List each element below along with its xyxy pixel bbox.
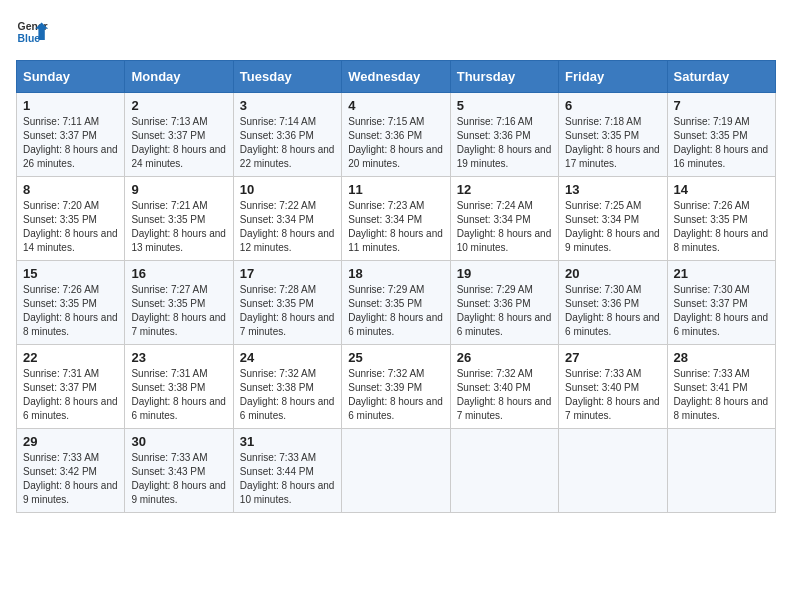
calendar-cell: 6Sunrise: 7:18 AMSunset: 3:35 PMDaylight… [559, 93, 667, 177]
calendar-cell: 26Sunrise: 7:32 AMSunset: 3:40 PMDayligh… [450, 345, 558, 429]
day-info: Sunrise: 7:28 AMSunset: 3:35 PMDaylight:… [240, 283, 335, 339]
day-number: 4 [348, 98, 443, 113]
day-info: Sunrise: 7:29 AMSunset: 3:35 PMDaylight:… [348, 283, 443, 339]
day-info: Sunrise: 7:33 AMSunset: 3:40 PMDaylight:… [565, 367, 660, 423]
day-info: Sunrise: 7:29 AMSunset: 3:36 PMDaylight:… [457, 283, 552, 339]
day-info: Sunrise: 7:13 AMSunset: 3:37 PMDaylight:… [131, 115, 226, 171]
weekday-header-monday: Monday [125, 61, 233, 93]
day-info: Sunrise: 7:20 AMSunset: 3:35 PMDaylight:… [23, 199, 118, 255]
day-number: 7 [674, 98, 769, 113]
calendar-cell: 17Sunrise: 7:28 AMSunset: 3:35 PMDayligh… [233, 261, 341, 345]
calendar-cell: 27Sunrise: 7:33 AMSunset: 3:40 PMDayligh… [559, 345, 667, 429]
calendar-cell: 1Sunrise: 7:11 AMSunset: 3:37 PMDaylight… [17, 93, 125, 177]
day-info: Sunrise: 7:16 AMSunset: 3:36 PMDaylight:… [457, 115, 552, 171]
calendar-cell: 12Sunrise: 7:24 AMSunset: 3:34 PMDayligh… [450, 177, 558, 261]
day-number: 21 [674, 266, 769, 281]
day-info: Sunrise: 7:15 AMSunset: 3:36 PMDaylight:… [348, 115, 443, 171]
calendar-cell: 3Sunrise: 7:14 AMSunset: 3:36 PMDaylight… [233, 93, 341, 177]
calendar-cell: 18Sunrise: 7:29 AMSunset: 3:35 PMDayligh… [342, 261, 450, 345]
day-info: Sunrise: 7:22 AMSunset: 3:34 PMDaylight:… [240, 199, 335, 255]
day-number: 5 [457, 98, 552, 113]
calendar-cell: 13Sunrise: 7:25 AMSunset: 3:34 PMDayligh… [559, 177, 667, 261]
calendar-cell: 16Sunrise: 7:27 AMSunset: 3:35 PMDayligh… [125, 261, 233, 345]
day-info: Sunrise: 7:18 AMSunset: 3:35 PMDaylight:… [565, 115, 660, 171]
day-number: 26 [457, 350, 552, 365]
calendar-cell: 31Sunrise: 7:33 AMSunset: 3:44 PMDayligh… [233, 429, 341, 513]
day-info: Sunrise: 7:21 AMSunset: 3:35 PMDaylight:… [131, 199, 226, 255]
calendar-cell: 14Sunrise: 7:26 AMSunset: 3:35 PMDayligh… [667, 177, 775, 261]
day-number: 15 [23, 266, 118, 281]
calendar-cell: 30Sunrise: 7:33 AMSunset: 3:43 PMDayligh… [125, 429, 233, 513]
calendar-cell [667, 429, 775, 513]
calendar-cell: 7Sunrise: 7:19 AMSunset: 3:35 PMDaylight… [667, 93, 775, 177]
calendar-cell: 19Sunrise: 7:29 AMSunset: 3:36 PMDayligh… [450, 261, 558, 345]
day-info: Sunrise: 7:19 AMSunset: 3:35 PMDaylight:… [674, 115, 769, 171]
day-number: 30 [131, 434, 226, 449]
day-info: Sunrise: 7:31 AMSunset: 3:38 PMDaylight:… [131, 367, 226, 423]
day-number: 29 [23, 434, 118, 449]
day-info: Sunrise: 7:32 AMSunset: 3:39 PMDaylight:… [348, 367, 443, 423]
calendar-cell: 15Sunrise: 7:26 AMSunset: 3:35 PMDayligh… [17, 261, 125, 345]
weekday-header-sunday: Sunday [17, 61, 125, 93]
day-number: 23 [131, 350, 226, 365]
day-number: 9 [131, 182, 226, 197]
day-number: 2 [131, 98, 226, 113]
calendar-cell: 10Sunrise: 7:22 AMSunset: 3:34 PMDayligh… [233, 177, 341, 261]
logo-icon: General Blue [16, 16, 48, 48]
weekday-header-tuesday: Tuesday [233, 61, 341, 93]
day-info: Sunrise: 7:32 AMSunset: 3:38 PMDaylight:… [240, 367, 335, 423]
day-number: 24 [240, 350, 335, 365]
calendar-cell: 20Sunrise: 7:30 AMSunset: 3:36 PMDayligh… [559, 261, 667, 345]
day-number: 31 [240, 434, 335, 449]
calendar-cell: 28Sunrise: 7:33 AMSunset: 3:41 PMDayligh… [667, 345, 775, 429]
day-number: 11 [348, 182, 443, 197]
weekday-header-friday: Friday [559, 61, 667, 93]
day-number: 22 [23, 350, 118, 365]
day-info: Sunrise: 7:31 AMSunset: 3:37 PMDaylight:… [23, 367, 118, 423]
day-info: Sunrise: 7:26 AMSunset: 3:35 PMDaylight:… [23, 283, 118, 339]
day-number: 10 [240, 182, 335, 197]
day-info: Sunrise: 7:30 AMSunset: 3:37 PMDaylight:… [674, 283, 769, 339]
calendar-cell: 5Sunrise: 7:16 AMSunset: 3:36 PMDaylight… [450, 93, 558, 177]
day-number: 3 [240, 98, 335, 113]
calendar-cell [342, 429, 450, 513]
day-info: Sunrise: 7:33 AMSunset: 3:42 PMDaylight:… [23, 451, 118, 507]
calendar-cell [450, 429, 558, 513]
calendar-cell: 2Sunrise: 7:13 AMSunset: 3:37 PMDaylight… [125, 93, 233, 177]
day-number: 12 [457, 182, 552, 197]
day-number: 27 [565, 350, 660, 365]
calendar-cell: 8Sunrise: 7:20 AMSunset: 3:35 PMDaylight… [17, 177, 125, 261]
day-info: Sunrise: 7:14 AMSunset: 3:36 PMDaylight:… [240, 115, 335, 171]
day-info: Sunrise: 7:23 AMSunset: 3:34 PMDaylight:… [348, 199, 443, 255]
day-number: 14 [674, 182, 769, 197]
logo: General Blue [16, 16, 48, 48]
day-number: 1 [23, 98, 118, 113]
svg-text:Blue: Blue [18, 33, 41, 44]
calendar-cell: 22Sunrise: 7:31 AMSunset: 3:37 PMDayligh… [17, 345, 125, 429]
day-info: Sunrise: 7:33 AMSunset: 3:41 PMDaylight:… [674, 367, 769, 423]
day-info: Sunrise: 7:32 AMSunset: 3:40 PMDaylight:… [457, 367, 552, 423]
calendar-cell: 29Sunrise: 7:33 AMSunset: 3:42 PMDayligh… [17, 429, 125, 513]
day-info: Sunrise: 7:26 AMSunset: 3:35 PMDaylight:… [674, 199, 769, 255]
day-info: Sunrise: 7:25 AMSunset: 3:34 PMDaylight:… [565, 199, 660, 255]
day-info: Sunrise: 7:11 AMSunset: 3:37 PMDaylight:… [23, 115, 118, 171]
day-info: Sunrise: 7:30 AMSunset: 3:36 PMDaylight:… [565, 283, 660, 339]
calendar-table: SundayMondayTuesdayWednesdayThursdayFrid… [16, 60, 776, 513]
weekday-header-wednesday: Wednesday [342, 61, 450, 93]
calendar-cell: 23Sunrise: 7:31 AMSunset: 3:38 PMDayligh… [125, 345, 233, 429]
day-number: 28 [674, 350, 769, 365]
day-number: 13 [565, 182, 660, 197]
calendar-cell: 11Sunrise: 7:23 AMSunset: 3:34 PMDayligh… [342, 177, 450, 261]
calendar-cell: 24Sunrise: 7:32 AMSunset: 3:38 PMDayligh… [233, 345, 341, 429]
calendar-cell: 25Sunrise: 7:32 AMSunset: 3:39 PMDayligh… [342, 345, 450, 429]
calendar-cell: 9Sunrise: 7:21 AMSunset: 3:35 PMDaylight… [125, 177, 233, 261]
calendar-cell [559, 429, 667, 513]
day-info: Sunrise: 7:33 AMSunset: 3:44 PMDaylight:… [240, 451, 335, 507]
weekday-header-saturday: Saturday [667, 61, 775, 93]
day-number: 18 [348, 266, 443, 281]
day-number: 20 [565, 266, 660, 281]
day-info: Sunrise: 7:33 AMSunset: 3:43 PMDaylight:… [131, 451, 226, 507]
day-number: 17 [240, 266, 335, 281]
weekday-header-thursday: Thursday [450, 61, 558, 93]
day-number: 16 [131, 266, 226, 281]
